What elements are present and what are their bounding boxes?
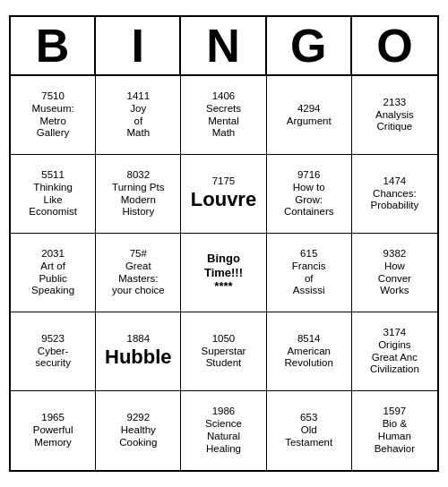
cell-number: 8032 [126,169,150,182]
cell-number: 9523 [41,333,65,346]
bingo-cell-9: 1474Chances:Probability [352,155,437,234]
bingo-cell-23: 653OldTestament [267,391,352,470]
cell-text: Bingo [207,252,240,266]
bingo-grid: 7510Museum:MetroGallery1411JoyofMath1406… [11,76,437,470]
bingo-cell-2: 1406SecretsMentalMath [181,76,266,155]
cell-number: 1965 [41,412,65,424]
cell-text: Chances:Probability [371,188,419,213]
bingo-cell-22: 1986ScienceNaturalHealing [181,391,266,470]
bingo-cell-10: 2031Art ofPublicSpeaking [11,234,96,312]
bingo-header: BINGO [11,17,437,76]
bingo-cell-12: BingoTime!!!**** [181,234,266,312]
cell-text: Hubble [105,346,172,369]
cell-text: Louvre [191,188,256,211]
bingo-cell-20: 1965PowerfulMemory [11,391,96,470]
cell-number: 4294 [297,103,321,115]
cell-text: HealthyCooking [119,424,157,449]
cell-number: 653 [300,412,317,424]
cell-text: OriginsGreat AncCivilization [370,339,419,376]
cell-text: Time!!! [204,266,243,280]
cell-number: 615 [300,248,317,261]
cell-text: AmericanRevolution [285,346,333,371]
bingo-letter-n: N [181,17,266,74]
bingo-cell-6: 8032Turning PtsModernHistory [96,155,181,234]
cell-text: PowerfulMemory [33,424,73,449]
bingo-cell-19: 3174OriginsGreat AncCivilization [352,312,437,391]
cell-text: ScienceNaturalHealing [205,418,242,455]
cell-text: **** [214,279,232,294]
cell-number: 8514 [297,333,321,346]
cell-number: 1406 [212,90,236,103]
bingo-letter-i: I [96,17,181,74]
bingo-letter-g: G [267,17,352,74]
bingo-cell-15: 9523Cyber-security [11,312,96,391]
cell-text: JoyofMath [127,103,151,140]
cell-text: Bio &HumanBehavior [375,418,415,455]
cell-text: Museum:MetroGallery [31,103,73,140]
bingo-cell-16: 1884Hubble [96,312,181,391]
cell-text: Turning PtsModernHistory [112,182,164,218]
cell-text: How toGrow:Containers [284,182,334,218]
cell-number: 75# [130,248,147,261]
cell-number: 2133 [383,97,407,109]
bingo-cell-4: 2133AnalysisCritique [352,76,437,155]
bingo-cell-21: 9292HealthyCooking [96,391,181,470]
cell-text: OldTestament [285,424,332,449]
cell-text: SecretsMentalMath [206,103,241,140]
bingo-cell-14: 9382HowConverWorks [352,234,437,312]
bingo-cell-24: 1597Bio &HumanBehavior [352,391,437,470]
cell-number: 1884 [126,333,150,346]
bingo-cell-1: 1411JoyofMath [96,76,181,155]
cell-text: GreatMasters:your choice [112,261,165,297]
cell-number: 1411 [126,90,150,103]
cell-text: HowConverWorks [378,261,411,297]
cell-number: 1986 [212,406,236,418]
cell-number: 7510 [41,90,65,103]
cell-text: SuperstarStudent [202,346,246,371]
bingo-cell-13: 615FrancisofAssissi [267,234,352,312]
cell-number: 1474 [383,175,407,188]
bingo-cell-0: 7510Museum:MetroGallery [11,76,96,155]
bingo-cell-7: 7175Louvre [181,155,266,234]
cell-number: 9382 [383,248,407,261]
bingo-letter-o: O [352,17,437,74]
bingo-cell-8: 9716How toGrow:Containers [267,155,352,234]
bingo-cell-3: 4294Argument [267,76,352,155]
cell-number: 7175 [212,175,236,188]
cell-text: Art ofPublicSpeaking [31,261,74,297]
cell-number: 1597 [383,406,407,418]
bingo-cell-5: 5511ThinkingLikeEconomist [11,155,96,234]
cell-number: 2031 [41,248,65,261]
bingo-letter-b: B [11,17,96,74]
bingo-cell-17: 1050SuperstarStudent [181,312,266,391]
cell-number: 1050 [212,333,236,346]
cell-text: FrancisofAssissi [292,261,326,297]
cell-text: Cyber-security [35,346,71,371]
bingo-cell-18: 8514AmericanRevolution [267,312,352,391]
bingo-card: BINGO 7510Museum:MetroGallery1411JoyofMa… [9,15,439,472]
cell-text: ThinkingLikeEconomist [29,182,77,218]
cell-text: Argument [287,115,332,128]
cell-number: 9292 [126,412,150,424]
cell-number: 3174 [383,327,407,339]
bingo-cell-11: 75#GreatMasters:your choice [96,234,181,312]
cell-number: 5511 [41,169,65,182]
cell-number: 9716 [297,169,321,182]
cell-text: AnalysisCritique [375,109,414,134]
